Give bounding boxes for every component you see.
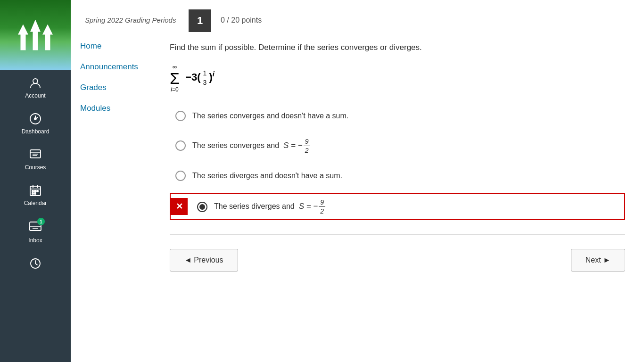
svg-rect-14 <box>32 193 33 194</box>
sidebar: Account Dashboard Courses <box>0 0 71 362</box>
svg-rect-11 <box>32 190 33 192</box>
sidebar-item-history[interactable] <box>0 250 71 277</box>
history-icon <box>29 257 42 270</box>
institution-logo <box>0 0 71 70</box>
formula-body: −3(13)i <box>182 69 215 86</box>
nav-buttons: ◄ Previous Next ► <box>170 244 625 276</box>
svg-point-0 <box>33 79 38 83</box>
svg-rect-15 <box>34 193 36 194</box>
radio-c[interactable] <box>175 171 186 181</box>
previous-button[interactable]: ◄ Previous <box>170 249 238 272</box>
arrow-right <box>42 25 53 50</box>
sidebar-item-inbox[interactable]: 1 Inbox <box>0 213 71 250</box>
courses-icon <box>29 148 42 161</box>
answer-option-a[interactable]: The series converges and doesn't have a … <box>170 107 625 125</box>
content-area: Home Announcements Grades Modules Find t… <box>71 37 644 362</box>
dashboard-icon <box>29 112 42 125</box>
nav-link-announcements[interactable]: Announcements <box>80 62 156 72</box>
svg-rect-13 <box>37 190 38 192</box>
fraction-one-third: 13 <box>202 69 208 86</box>
points-label: 0 / 20 points <box>221 9 262 25</box>
course-title: Spring 2022 Grading Periods <box>85 9 179 24</box>
sidebar-item-dashboard-label: Dashboard <box>22 128 50 135</box>
next-button[interactable]: Next ► <box>571 249 625 272</box>
question-number: 1 <box>189 9 211 32</box>
radio-a[interactable] <box>175 111 186 121</box>
incorrect-x-icon: ✕ <box>171 198 188 215</box>
formula-d: S = −92 <box>299 202 326 211</box>
fraction-9-2-d: 92 <box>319 198 325 215</box>
radio-b[interactable] <box>175 140 186 151</box>
nav-link-home[interactable]: Home <box>80 41 156 51</box>
sidebar-item-calendar-label: Calendar <box>24 200 47 206</box>
answer-option-d[interactable]: ✕ The series diverges and S = −92 <box>170 193 625 220</box>
sidebar-item-courses[interactable]: Courses <box>0 141 71 177</box>
side-nav: Home Announcements Grades Modules <box>71 37 165 362</box>
account-icon <box>29 76 42 90</box>
answer-c-text: The series diverges and doesn't have a s… <box>192 172 342 180</box>
arrow-left <box>18 25 28 50</box>
svg-point-2 <box>34 118 36 120</box>
inbox-badge: 1 <box>37 218 45 225</box>
sidebar-item-dashboard[interactable]: Dashboard <box>0 106 71 141</box>
question-formula: ∞ Σ i=0 −3(13)i <box>170 63 625 93</box>
answer-d-text: The series diverges and S = −92 <box>214 198 326 215</box>
course-nav: Spring 2022 Grading Periods 1 0 / 20 poi… <box>71 0 644 37</box>
question-text: Find the sum if possible. Determine if t… <box>170 41 625 54</box>
answer-b-text: The series converges and S = −92 <box>192 137 311 155</box>
nav-link-grades[interactable]: Grades <box>80 83 156 92</box>
sidebar-item-calendar[interactable]: Calendar <box>0 177 71 213</box>
answer-option-b[interactable]: The series converges and S = −92 <box>170 133 625 158</box>
sidebar-item-inbox-label: Inbox <box>28 237 42 244</box>
inbox-badge-container: 1 <box>29 220 42 234</box>
main-content: Spring 2022 Grading Periods 1 0 / 20 poi… <box>71 0 644 362</box>
answer-choices: The series converges and doesn't have a … <box>170 107 625 221</box>
section-divider <box>170 234 625 235</box>
radio-d[interactable] <box>197 202 207 212</box>
fraction-9-2-b: 92 <box>304 137 310 155</box>
svg-rect-12 <box>34 190 36 192</box>
sidebar-item-courses-label: Courses <box>25 164 46 171</box>
arrow-center <box>30 20 41 50</box>
answer-option-c[interactable]: The series diverges and doesn't have a s… <box>170 167 625 185</box>
sidebar-item-account-label: Account <box>25 92 45 99</box>
answer-a-text: The series converges and doesn't have a … <box>192 112 348 120</box>
question-content: Find the sum if possible. Determine if t… <box>165 37 644 362</box>
formula-b: S = −92 <box>283 141 311 150</box>
summation-notation: ∞ Σ i=0 <box>170 63 180 93</box>
nav-link-modules[interactable]: Modules <box>80 104 156 113</box>
calendar-icon <box>29 184 42 197</box>
logo-arrows <box>18 20 53 50</box>
sidebar-item-account[interactable]: Account <box>0 70 71 106</box>
